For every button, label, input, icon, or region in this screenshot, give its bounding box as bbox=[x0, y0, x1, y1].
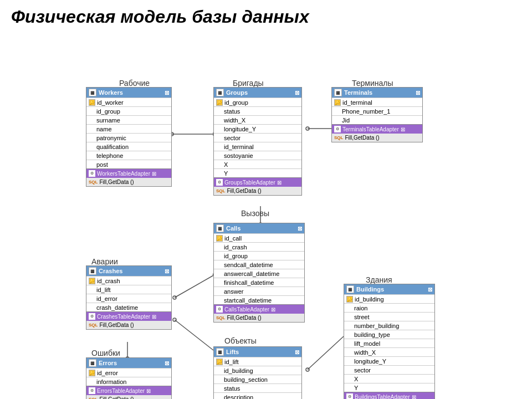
crashes-fill: SQL Fill,GetData () bbox=[86, 321, 171, 329]
terminals-row-2: Phone_number_1 bbox=[332, 106, 422, 115]
terminals-table: ▦ Terminals ⊠ 🔑id_terminal Phone_number_… bbox=[331, 87, 423, 142]
svg-line-8 bbox=[175, 275, 213, 298]
key-icon-g: 🔑 bbox=[216, 99, 223, 106]
terminals-adapter: ⚙ TerminalsTableAdapter ⊠ SQL Fill,GetDa… bbox=[332, 124, 422, 142]
calls-row-id: 🔑id_call bbox=[214, 233, 304, 242]
errors-table-header: ▦ Errors ⊠ bbox=[86, 358, 171, 368]
workers-row-5: patronymic bbox=[86, 133, 171, 142]
groups-table-icon: ▦ bbox=[216, 89, 224, 96]
crashes-table-header: ▦ Crashes ⊠ bbox=[86, 266, 171, 276]
calls-table-icon: ▦ bbox=[216, 224, 224, 232]
workers-row-8: post bbox=[86, 160, 171, 168]
crashes-row-4: crash_datetime bbox=[86, 303, 171, 311]
adapter-icon-cr: ⚙ bbox=[89, 313, 95, 320]
terminals-table-header: ▦ Terminals ⊠ bbox=[332, 88, 422, 98]
calls-fill: SQL Fill,GetData () bbox=[214, 314, 304, 322]
svg-point-9 bbox=[173, 296, 176, 299]
calls-row-3: id_group bbox=[214, 251, 304, 260]
groups-fill: SQL Fill,GetData () bbox=[214, 187, 301, 195]
buildings-adapter: ⚙ BuildingsTableAdapter ⊠ SQL Fill,GetDa… bbox=[344, 392, 434, 399]
groups-row-x: X bbox=[214, 160, 301, 168]
buildings-row-x: X bbox=[344, 374, 434, 383]
calls-row-6: finishcall_datetime bbox=[214, 278, 304, 287]
crashes-row-3: id_error bbox=[86, 294, 171, 303]
workers-row-4: name bbox=[86, 124, 171, 133]
buildings-table: ▦ Buildings ⊠ 🔑id_building raion street … bbox=[344, 284, 435, 399]
terminals-fill: SQL Fill,GetData () bbox=[332, 134, 422, 142]
calls-adapter: ⚙ CallsTableAdapter ⊠ SQL Fill,GetData (… bbox=[214, 304, 304, 322]
workers-table-icon: ▦ bbox=[89, 89, 96, 96]
calls-row-5: answercall_datetime bbox=[214, 269, 304, 278]
crashes-row-2: id_lift bbox=[86, 285, 171, 294]
crashes-row-id: 🔑id_crash bbox=[86, 276, 171, 285]
adapter-icon-t: ⚙ bbox=[334, 126, 341, 132]
svg-point-4 bbox=[306, 127, 309, 130]
calls-table: ▦ Calls ⊠ 🔑id_call id_crash id_group sen… bbox=[213, 223, 305, 323]
workers-row-7: telephone bbox=[86, 151, 171, 160]
calls-row-8: startcall_datetime bbox=[214, 295, 304, 304]
lifts-row-id: 🔑id_lift bbox=[214, 357, 301, 366]
label-buildings: Здания bbox=[366, 275, 392, 284]
crashes-adapter: ⚙ CrashesTableAdapter ⊠ SQL Fill,GetData… bbox=[86, 311, 171, 329]
crashes-table-icon: ▦ bbox=[89, 267, 96, 275]
buildings-row-y: Y bbox=[344, 383, 434, 392]
groups-row-6: id_terminal bbox=[214, 142, 301, 151]
key-icon-t: 🔑 bbox=[334, 99, 341, 106]
errors-row-id: 🔑id_error bbox=[86, 368, 171, 377]
workers-fill: SQL Fill,GetData () bbox=[86, 178, 171, 186]
workers-table-header: ▦ Workers ⊠ bbox=[86, 88, 171, 98]
svg-point-16 bbox=[306, 368, 309, 371]
calls-table-header: ▦ Calls ⊠ bbox=[214, 223, 304, 233]
groups-row-y: Y bbox=[214, 168, 301, 177]
buildings-row-2: raion bbox=[344, 303, 434, 312]
errors-table-icon: ▦ bbox=[89, 359, 96, 367]
lifts-row-5: description bbox=[214, 392, 301, 399]
adapter-icon: ⚙ bbox=[89, 170, 95, 177]
lifts-row-4: status bbox=[214, 383, 301, 392]
lifts-table: ▦ Lifts ⊠ 🔑id_lift id_building building_… bbox=[213, 346, 302, 399]
key-icon-c: 🔑 bbox=[216, 235, 223, 242]
adapter-icon-ca: ⚙ bbox=[216, 306, 223, 313]
label-groups: Бригады bbox=[233, 79, 264, 88]
lifts-table-icon: ▦ bbox=[216, 348, 224, 356]
groups-row-7: sostoyanie bbox=[214, 151, 301, 160]
svg-line-13 bbox=[175, 320, 213, 350]
buildings-row-sector: sector bbox=[344, 365, 434, 374]
calls-row-4: sendcall_datetime bbox=[214, 260, 304, 269]
key-icon-e: 🔑 bbox=[89, 370, 95, 376]
buildings-row-4: number_building bbox=[344, 321, 434, 330]
groups-row-4: longitude_Y bbox=[214, 124, 301, 133]
workers-table: ▦ Workers ⊠ 🔑id_worker id_group surname … bbox=[86, 87, 172, 187]
buildings-row-3: street bbox=[344, 312, 434, 321]
key-icon-cr: 🔑 bbox=[89, 278, 95, 284]
label-errors: Ошибки bbox=[91, 349, 120, 357]
page-title: Физическая модель базы данных bbox=[0, 0, 532, 32]
buildings-row-8: longitude_Y bbox=[344, 356, 434, 365]
errors-table: ▦ Errors ⊠ 🔑id_error information ⚙ Error… bbox=[86, 357, 172, 399]
diagram-area: Рабочие Бригады Терминалы Вызовы Аварии … bbox=[0, 32, 532, 399]
buildings-table-header: ▦ Buildings ⊠ bbox=[344, 284, 434, 294]
calls-row-2: id_crash bbox=[214, 242, 304, 251]
workers-row-6: qualification bbox=[86, 142, 171, 151]
groups-row-id: 🔑id_group bbox=[214, 98, 301, 106]
label-crashes: Аварии bbox=[91, 257, 118, 266]
buildings-row-6: lift_model bbox=[344, 339, 434, 347]
lifts-table-header: ▦ Lifts ⊠ bbox=[214, 347, 301, 357]
adapter-icon-e: ⚙ bbox=[89, 387, 95, 394]
buildings-row-5: building_type bbox=[344, 330, 434, 339]
terminals-row-3: Jid bbox=[332, 115, 422, 124]
workers-row-3: surname bbox=[86, 115, 171, 124]
svg-point-14 bbox=[173, 318, 176, 321]
adapter-icon-g: ⚙ bbox=[216, 179, 223, 186]
crashes-table: ▦ Crashes ⊠ 🔑id_crash id_lift id_error c… bbox=[86, 265, 172, 330]
workers-row-2: id_group bbox=[86, 106, 171, 115]
terminals-table-icon: ▦ bbox=[334, 89, 342, 96]
errors-adapter: ⚙ ErrorsTableAdapter ⊠ SQL Fill,GetData … bbox=[86, 386, 171, 399]
workers-row-id: 🔑id_worker bbox=[86, 98, 171, 106]
groups-adapter: ⚙ GroupsTableAdapter ⊠ SQL Fill,GetData … bbox=[214, 177, 301, 195]
label-workers: Рабочие bbox=[119, 79, 150, 88]
adapter-icon-b: ⚙ bbox=[346, 393, 353, 399]
groups-table: ▦ Groups ⊠ 🔑id_group status width_X long… bbox=[213, 87, 302, 196]
groups-row-2: status bbox=[214, 106, 301, 115]
groups-row-sector: sector bbox=[214, 133, 301, 142]
